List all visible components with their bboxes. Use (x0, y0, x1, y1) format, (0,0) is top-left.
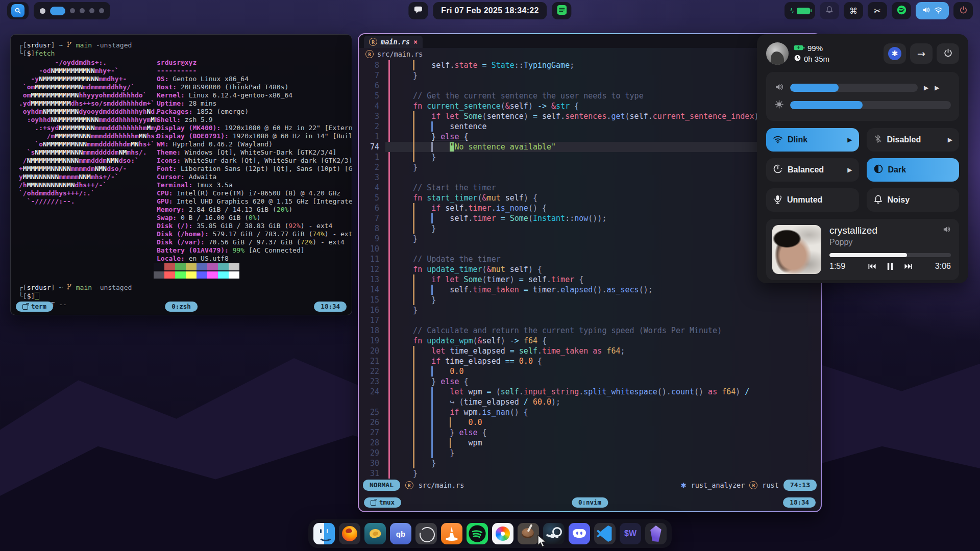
dock-app-obsidian[interactable] (645, 523, 667, 544)
code-line-18: 9 } (359, 234, 821, 244)
toggle-dark[interactable]: Dark (867, 158, 960, 182)
code-text: } else { (395, 377, 469, 387)
code-token: wpm (469, 387, 482, 396)
pause-icon[interactable] (887, 262, 894, 270)
code-token: self (514, 346, 537, 356)
battery-indicator[interactable]: ϟ (785, 2, 815, 19)
code-token: now (574, 214, 588, 223)
chevron-right-icon[interactable]: ▶ (847, 136, 852, 143)
tmux-window-pill[interactable]: 0:nvim (572, 497, 608, 508)
notes-pill[interactable] (552, 2, 572, 19)
toggle-disabled[interactable]: Disabled▶ (867, 128, 960, 152)
output-speaker-icon[interactable] (942, 225, 951, 236)
tmux-session-pill[interactable]: tmux (364, 497, 401, 508)
toggle-label: Disabled (887, 135, 921, 144)
settings-button[interactable]: ✱ (884, 43, 906, 64)
dock-app-vlc[interactable] (441, 523, 462, 544)
ascii-logo-line: -odNMMMMMMMMNNmhy+-` (19, 67, 159, 75)
screenshot-pill[interactable]: ✂ (868, 2, 887, 19)
tmux-session-pill[interactable]: term (16, 302, 53, 312)
fetch-entry: Kernel: Linux 6.12.4-gentoo-x86_64 (157, 91, 352, 99)
clock[interactable]: Fri 07 Feb 2025 18:34:22 (433, 2, 547, 19)
dock-app-spotify[interactable] (467, 523, 488, 544)
fetch-entry: Uptime: 28 mins (157, 99, 352, 108)
workspace-dot-5[interactable] (89, 8, 94, 13)
workspace-dot-6[interactable] (99, 8, 104, 13)
dock-app-photos[interactable] (492, 523, 513, 544)
code-token: ( (501, 102, 505, 111)
notifications-pill[interactable] (408, 2, 428, 19)
code-token: time_elapsed (463, 397, 519, 407)
dock-app-qutebrowser[interactable]: qb (390, 523, 411, 544)
dock-app-gimp[interactable] (518, 523, 539, 544)
line-number: 4 (359, 101, 379, 111)
chevron-right-icon[interactable]: ▶ (847, 166, 852, 173)
workspace-dot-4[interactable] (80, 8, 85, 13)
volume-device-chevron-icon[interactable]: ▶ (924, 84, 928, 91)
avatar[interactable] (766, 42, 789, 65)
previous-track-icon[interactable] (868, 263, 876, 270)
code-token: . (537, 346, 542, 356)
bell-icon (873, 194, 883, 206)
code-text: // Get the current sentence the user nee… (395, 91, 644, 101)
code-token: get (611, 112, 625, 121)
brightness-slider[interactable] (790, 101, 951, 109)
workspace-dot-3[interactable] (70, 8, 75, 13)
dnd-pill[interactable] (820, 2, 839, 19)
terminal-window[interactable]: ┌[srdusr] ~ main -unstaged └[$]fetch -/o… (10, 34, 352, 315)
code-token: } (395, 224, 436, 233)
dock-app-vscode[interactable] (594, 523, 616, 544)
code-line-10: 1 } (359, 152, 821, 162)
code-token: sentence (487, 112, 524, 121)
fetch-entry: Font: Liberation Sans (12pt) [Qt], Sans … (157, 165, 352, 173)
workspace-dot-1[interactable] (40, 8, 45, 14)
code-token: ) { (528, 265, 542, 274)
tmux-window-pill[interactable]: 0:zsh (165, 302, 198, 312)
volume-slider[interactable] (790, 84, 918, 92)
spotify-pill[interactable] (892, 2, 911, 19)
sound-network-pill[interactable] (916, 2, 949, 19)
logout-button[interactable]: → (910, 43, 933, 64)
toggle-balanced[interactable]: Balanced▶ (766, 158, 859, 182)
session-icon (22, 304, 28, 310)
line-number: 31 (359, 468, 379, 479)
dock-app-firefox[interactable] (339, 523, 360, 544)
volume-expand-chevron-icon[interactable]: ▶ (935, 84, 939, 91)
toggle-noisy[interactable]: Noisy (867, 188, 960, 212)
nvim-window[interactable]: R main.rs × R src/main.rs 8 self.state =… (359, 34, 821, 511)
close-icon[interactable]: × (413, 37, 418, 47)
toggle-dlink[interactable]: Dlink▶ (766, 128, 859, 152)
chevron-right-icon[interactable]: ▶ (948, 136, 952, 143)
power-button[interactable] (937, 43, 959, 64)
dock-app-thunderbird[interactable] (364, 523, 386, 544)
code-token: fn (413, 193, 427, 203)
workspace-indicator[interactable] (34, 2, 110, 19)
code-editor-area[interactable]: 8 self.state = State::TypingGame;7 }65 /… (359, 60, 821, 479)
code-token: (). (593, 285, 606, 294)
dock-app-media-swirl[interactable] (415, 523, 437, 544)
code-token: self (395, 285, 469, 294)
line-number: 3 (359, 111, 379, 121)
code-line-13: 4 // Start the timer (359, 183, 821, 193)
toggle-unmuted[interactable]: Unmuted (766, 188, 859, 212)
code-text: ↪ (time_elapsed / 60.0); (395, 397, 560, 407)
code-text: } (395, 458, 436, 468)
dock-app-streetwriter[interactable]: $W (620, 523, 641, 544)
tab-main-rs[interactable]: R main.rs × (364, 36, 423, 48)
power-pill[interactable] (953, 2, 973, 19)
keybinds-pill[interactable]: ⌘ (844, 2, 863, 19)
next-track-icon[interactable] (904, 263, 913, 270)
workspace-dot-2[interactable] (50, 7, 65, 15)
code-line-39: 29 } (359, 448, 821, 458)
code-token: } (395, 163, 418, 172)
dock-app-finder[interactable] (313, 523, 335, 544)
track-progress-bar[interactable] (829, 253, 951, 257)
dock-app-discord[interactable] (569, 523, 590, 544)
code-token: ↪ ( (395, 397, 463, 407)
code-token: } (395, 153, 436, 162)
search-icon[interactable] (11, 4, 24, 17)
launcher-pill[interactable] (7, 2, 29, 19)
line-number: 2 (359, 162, 379, 172)
code-token: . (560, 112, 565, 121)
code-token: f64 (606, 346, 620, 356)
